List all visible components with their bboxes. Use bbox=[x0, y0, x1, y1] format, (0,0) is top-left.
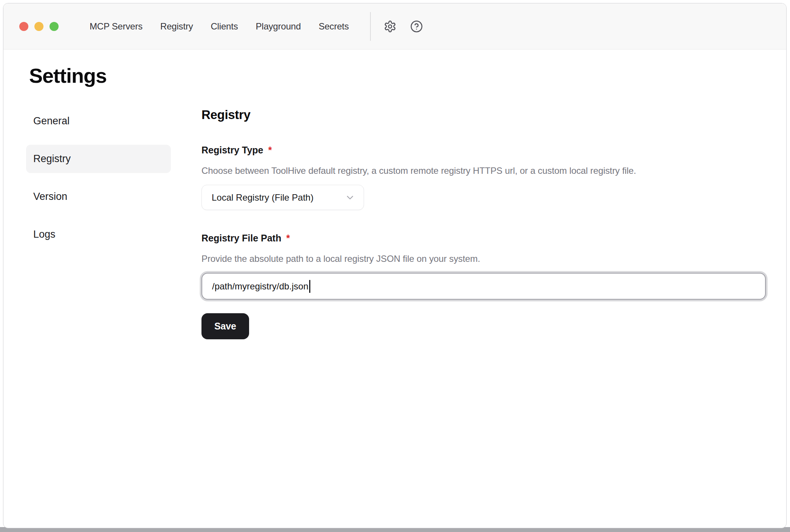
nav-item-clients[interactable]: Clients bbox=[211, 22, 238, 31]
settings-sidebar: General Registry Version Logs bbox=[26, 107, 171, 339]
zoom-button[interactable] bbox=[50, 22, 59, 31]
sidebar-item-label: Logs bbox=[33, 229, 56, 240]
registry-type-label: Registry Type * bbox=[201, 145, 766, 156]
minimize-button[interactable] bbox=[34, 22, 43, 31]
field-label-text: Registry Type bbox=[201, 145, 263, 156]
registry-file-path-input[interactable]: /path/myregistry/db.json bbox=[201, 273, 766, 300]
sidebar-item-label: General bbox=[33, 115, 70, 127]
text-caret bbox=[309, 280, 310, 293]
settings-page: Settings General Registry Version Logs bbox=[3, 64, 786, 339]
registry-type-select[interactable]: Local Registry (File Path) bbox=[201, 185, 364, 210]
save-button[interactable]: Save bbox=[201, 313, 249, 339]
nav-item-secrets[interactable]: Secrets bbox=[319, 22, 349, 31]
select-value: Local Registry (File Path) bbox=[212, 192, 313, 203]
field-label-text: Registry File Path bbox=[201, 233, 281, 244]
chevron-down-icon bbox=[345, 192, 355, 203]
page-title: Settings bbox=[29, 64, 786, 87]
section-heading: Registry bbox=[201, 107, 766, 122]
gear-icon bbox=[384, 20, 397, 33]
titlebar: MCP Servers Registry Clients Playground … bbox=[3, 3, 786, 49]
sidebar-item-logs[interactable]: Logs bbox=[26, 220, 171, 249]
sidebar-item-registry[interactable]: Registry bbox=[26, 145, 171, 173]
registry-file-path-label: Registry File Path * bbox=[201, 233, 766, 244]
nav-item-playground[interactable]: Playground bbox=[256, 22, 301, 31]
nav-item-registry[interactable]: Registry bbox=[160, 22, 193, 31]
registry-type-description: Choose between ToolHive default registry… bbox=[201, 165, 766, 176]
sidebar-item-version[interactable]: Version bbox=[26, 182, 171, 211]
nav-item-mcp-servers[interactable]: MCP Servers bbox=[90, 22, 143, 31]
settings-gear-button[interactable] bbox=[381, 18, 399, 35]
registry-settings-panel: Registry Registry Type * Choose between … bbox=[201, 107, 766, 339]
help-icon bbox=[410, 20, 423, 33]
registry-file-path-description: Provide the absolute path to a local reg… bbox=[201, 254, 766, 264]
top-navigation: MCP Servers Registry Clients Playground … bbox=[90, 22, 349, 31]
required-asterisk: * bbox=[286, 233, 290, 244]
sidebar-item-general[interactable]: General bbox=[26, 107, 171, 135]
close-button[interactable] bbox=[19, 22, 28, 31]
help-button[interactable] bbox=[408, 18, 425, 35]
sidebar-item-label: Version bbox=[33, 191, 67, 203]
sidebar-item-label: Registry bbox=[33, 153, 71, 165]
titlebar-divider bbox=[370, 12, 371, 41]
required-asterisk: * bbox=[268, 145, 272, 156]
traffic-lights bbox=[19, 22, 59, 31]
app-window: MCP Servers Registry Clients Playground … bbox=[3, 3, 787, 528]
input-value: /path/myregistry/db.json bbox=[212, 281, 308, 292]
